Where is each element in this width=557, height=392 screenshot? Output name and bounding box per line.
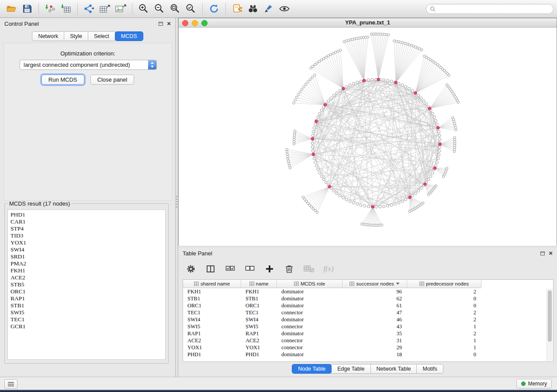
import-network-button[interactable] <box>42 2 58 15</box>
table-row[interactable]: RAP1RAP1dominator352 <box>183 330 553 337</box>
optimization-dropdown[interactable]: largest connected component (undirected) <box>20 60 157 70</box>
float-panel-icon[interactable] <box>159 22 163 26</box>
eye-button[interactable] <box>277 2 292 15</box>
search-input[interactable] <box>438 5 550 12</box>
main-toolbar <box>0 0 557 18</box>
unselect-all-button[interactable] <box>244 263 256 275</box>
table-row[interactable]: ORC1ORC1dominator610 <box>183 302 553 309</box>
splitter-grip-icon <box>176 196 177 207</box>
table-toolbar: f(x) <box>185 261 334 277</box>
table-row[interactable]: YOX1YOX1connector291 <box>183 344 553 351</box>
mcds-result-item[interactable]: YOX1 <box>10 239 165 246</box>
desktop-edge <box>0 390 557 392</box>
table-row[interactable]: FKH1FKH1dominator962 <box>183 288 553 295</box>
clipboard-share-icon <box>232 3 242 14</box>
memory-status-icon <box>521 382 526 386</box>
refresh-button[interactable] <box>206 2 222 15</box>
table-row[interactable]: SWI5SWI5connector431 <box>183 323 553 330</box>
panel-toggle-button[interactable] <box>4 379 17 389</box>
export-image-icon <box>114 3 127 14</box>
tab-mcds[interactable]: MCDS <box>115 31 143 41</box>
style-pen-button[interactable] <box>261 2 277 15</box>
mcds-result-item[interactable]: GCR1 <box>10 323 165 330</box>
tab-motifs[interactable]: Motifs <box>416 364 443 374</box>
mcds-result-item[interactable]: PMA2 <box>10 260 165 267</box>
open-folder-button[interactable] <box>3 2 19 15</box>
zoom-selected-icon <box>186 3 196 14</box>
binoculars-icon <box>247 3 259 14</box>
zoom-out-button[interactable] <box>152 2 167 15</box>
column-header-successor-nodes[interactable]: successor nodes <box>343 280 407 288</box>
mcds-result-item[interactable]: TID3 <box>10 232 165 239</box>
table-row[interactable]: SWI4SWI4dominator462 <box>183 316 553 323</box>
mcds-result-item[interactable]: STB5 <box>10 281 165 288</box>
float-table-panel-icon[interactable] <box>540 251 545 255</box>
mcds-result-item[interactable]: CAR1 <box>10 218 165 225</box>
scrollbar-thumb[interactable] <box>548 290 552 342</box>
network-canvas[interactable] <box>179 28 557 246</box>
select-all-button[interactable] <box>225 263 236 275</box>
table-scrollbar[interactable] <box>547 289 553 361</box>
mcds-result-item[interactable]: SRD1 <box>10 253 165 260</box>
binoculars-button[interactable] <box>245 2 261 15</box>
toolbar-separator <box>38 3 39 14</box>
tab-network[interactable]: Network <box>32 31 64 41</box>
table-cell: 29 <box>343 344 407 351</box>
tab-network-table[interactable]: Network Table <box>370 364 417 374</box>
tab-select[interactable]: Select <box>88 31 115 41</box>
run-mcds-button[interactable]: Run MCDS <box>42 75 84 85</box>
mcds-result-item[interactable]: ACE2 <box>10 274 165 281</box>
tab-node-table[interactable]: Node Table <box>292 364 332 374</box>
tab-edge-table[interactable]: Edge Table <box>331 364 370 374</box>
close-table-panel-icon[interactable]: × <box>549 251 553 255</box>
zoom-out-icon <box>154 3 165 14</box>
trash-button[interactable] <box>284 263 295 275</box>
close-control-panel-icon[interactable]: × <box>167 21 171 26</box>
column-header-predecessor-nodes[interactable]: predecessor nodes <box>407 280 481 288</box>
close-panel-button[interactable]: Close panel <box>90 75 135 85</box>
optimization-dropdown-value: largest connected component (undirected) <box>20 62 148 68</box>
tab-style[interactable]: Style <box>64 31 88 41</box>
table-row[interactable]: ACE2ACE2connector311 <box>183 337 553 344</box>
mcds-result-item[interactable]: PHD1 <box>10 211 165 218</box>
mcds-result-item[interactable]: FKH1 <box>10 267 165 274</box>
import-table-button[interactable] <box>58 2 74 15</box>
table-cell: 31 <box>343 337 407 344</box>
search-box[interactable] <box>426 4 554 14</box>
column-header-name[interactable]: name <box>241 280 277 288</box>
mcds-result-item[interactable]: STB1 <box>10 302 165 309</box>
save-button[interactable] <box>19 2 35 15</box>
export-table-button[interactable] <box>97 2 113 15</box>
table-row[interactable]: STB1STB1dominator620 <box>183 295 553 302</box>
columns-button[interactable] <box>205 263 216 275</box>
table-cell: dominator <box>277 289 343 295</box>
column-header-shared-name[interactable]: shared name <box>183 280 241 288</box>
add-icon <box>265 265 274 273</box>
gear-button[interactable] <box>185 263 197 275</box>
table-cell: 0 <box>407 296 481 302</box>
mcds-result-item[interactable]: RAP1 <box>10 295 165 302</box>
export-network-button[interactable] <box>81 2 97 15</box>
table-row[interactable]: TEC1TEC1connector472 <box>183 309 553 316</box>
mcds-result-item[interactable]: STP4 <box>10 225 165 232</box>
zoom-selected-button[interactable] <box>183 2 199 15</box>
export-image-button[interactable] <box>113 2 128 15</box>
mcds-result-item[interactable]: SWI5 <box>10 309 165 316</box>
table-cell: 1 <box>407 344 481 351</box>
mcds-result-item[interactable]: SWI4 <box>10 246 165 253</box>
table-cell: 96 <box>343 289 407 295</box>
zoom-fit-button[interactable] <box>167 2 183 15</box>
memory-button[interactable]: Memory <box>516 379 552 389</box>
zoom-in-button[interactable] <box>136 2 152 15</box>
add-button[interactable] <box>264 263 275 275</box>
mcds-result-item[interactable]: ORC1 <box>10 288 165 295</box>
control-panel-tabs: NetworkStyleSelectMCDS <box>0 31 175 41</box>
network-title: YPA_prune.txt_1 <box>179 19 557 26</box>
toolbar-separator <box>77 3 78 14</box>
column-header-MCDS-role[interactable]: MCDS role <box>277 280 343 288</box>
select-all-icon <box>225 264 235 274</box>
mcds-result-item[interactable]: TEC1 <box>10 316 165 323</box>
clipboard-share-button[interactable] <box>229 2 245 15</box>
memory-label: Memory <box>528 381 547 387</box>
table-row[interactable]: PHD1PHD1dominator180 <box>183 351 553 358</box>
